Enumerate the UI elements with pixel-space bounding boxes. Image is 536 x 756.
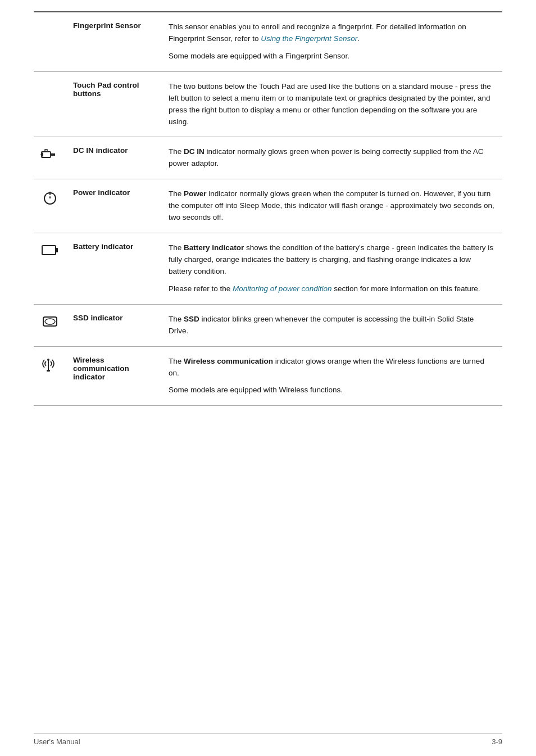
fingerprint-desc: This sensor enables you to enroll and re… — [162, 12, 502, 71]
wireless-name: Wireless communication indicator — [66, 346, 162, 406]
dc-in-name: DC IN indicator — [66, 137, 162, 179]
battery-icon-cell — [34, 233, 66, 305]
ssd-icon — [42, 314, 58, 329]
dc-in-icon-cell — [34, 137, 66, 179]
battery-text1: The — [169, 243, 184, 252]
fingerprint-dot: . — [357, 34, 360, 43]
svg-rect-11 — [47, 370, 50, 372]
dc-in-icon — [40, 146, 60, 163]
power-text2: indicator normally glows green when the … — [169, 189, 494, 221]
ssd-text2: indicator blinks green whenever the comp… — [169, 315, 474, 335]
footer-left: User's Manual — [34, 737, 80, 746]
table-row: SSD indicator The SSD indicator blinks g… — [34, 304, 502, 346]
power-icon-cell — [34, 179, 66, 233]
touchpad-desc: The two buttons below the Touch Pad are … — [162, 71, 502, 137]
touchpad-icon-cell — [34, 71, 66, 137]
svg-rect-7 — [56, 248, 58, 252]
svg-point-12 — [47, 359, 49, 361]
battery-text4: section for more information on this fea… — [331, 284, 480, 293]
power-bold: Power — [184, 189, 207, 198]
wireless-icon — [40, 356, 60, 375]
battery-link[interactable]: Monitoring of power condition — [233, 284, 331, 293]
wireless-icon-cell — [34, 346, 66, 406]
dc-in-desc: The DC IN indicator normally glows green… — [162, 137, 502, 179]
ssd-desc: The SSD indicator blinks green whenever … — [162, 304, 502, 346]
power-para: The Power indicator normally glows green… — [169, 188, 496, 224]
wireless-para2: Some models are equipped with Wireless f… — [169, 384, 496, 396]
ssd-text1: The — [169, 315, 184, 323]
footer-right: 3-9 — [492, 737, 502, 746]
page-footer: User's Manual 3-9 — [34, 734, 502, 746]
touchpad-name: Touch Pad control buttons — [66, 71, 162, 137]
fingerprint-name: Fingerprint Sensor — [66, 12, 162, 71]
table-row: DC IN indicator The DC IN indicator norm… — [34, 137, 502, 179]
svg-rect-3 — [45, 150, 47, 152]
wireless-para1: The Wireless communication indicator glo… — [169, 356, 496, 379]
battery-icon — [42, 242, 58, 258]
dc-in-para: The DC IN indicator normally glows green… — [169, 146, 496, 170]
battery-para1: The Battery indicator shows the conditio… — [169, 242, 496, 278]
power-name: Power indicator — [66, 179, 162, 233]
content-table: Fingerprint Sensor This sensor enables y… — [34, 12, 502, 406]
fingerprint-icon-cell — [34, 12, 66, 71]
dc-in-text1: The — [169, 147, 184, 156]
power-text1: The — [169, 189, 184, 198]
fingerprint-link[interactable]: Using the Fingerprint Sensor — [261, 34, 357, 43]
table-row: Power indicator The Power indicator norm… — [34, 179, 502, 233]
table-row: Touch Pad control buttons The two button… — [34, 71, 502, 137]
power-icon — [42, 188, 58, 206]
table-row: Wireless communication indicator The Wir… — [34, 346, 502, 406]
battery-para2: Please refer to the Monitoring of power … — [169, 283, 496, 295]
battery-bold: Battery indicator — [184, 243, 244, 252]
svg-point-9 — [45, 319, 55, 324]
wireless-text1: The — [169, 357, 184, 365]
ssd-name: SSD indicator — [66, 304, 162, 346]
svg-rect-1 — [51, 153, 55, 156]
ssd-bold: SSD — [184, 315, 199, 323]
power-desc: The Power indicator normally glows green… — [162, 179, 502, 233]
ssd-icon-cell — [34, 304, 66, 346]
battery-name: Battery indicator — [66, 233, 162, 305]
touchpad-para: The two buttons below the Touch Pad are … — [169, 81, 496, 128]
wireless-bold: Wireless communication — [184, 357, 273, 365]
dc-in-text2: indicator normally glows green when powe… — [169, 147, 484, 168]
wireless-desc: The Wireless communication indicator glo… — [162, 346, 502, 406]
dc-in-bold: DC IN — [184, 147, 205, 156]
table-row: Battery indicator The Battery indicator … — [34, 233, 502, 305]
battery-desc: The Battery indicator shows the conditio… — [162, 233, 502, 305]
svg-rect-6 — [42, 246, 56, 255]
ssd-para: The SSD indicator blinks green whenever … — [169, 314, 496, 337]
fingerprint-para2: Some models are equipped with a Fingerpr… — [169, 51, 496, 62]
table-row: Fingerprint Sensor This sensor enables y… — [34, 12, 502, 71]
battery-text3: Please refer to the — [169, 284, 233, 293]
fingerprint-para1: This sensor enables you to enroll and re… — [169, 21, 496, 45]
